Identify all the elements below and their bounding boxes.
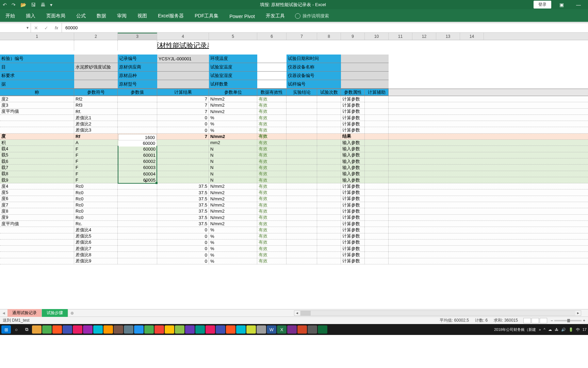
data-cell[interactable]: Rf.: [74, 109, 118, 114]
column-headers[interactable]: 1234567891011121314: [0, 33, 588, 40]
column-header[interactable]: 13: [436, 33, 460, 40]
data-cell[interactable]: [365, 127, 389, 133]
data-cell[interactable]: F: [74, 165, 118, 170]
app-icon[interactable]: [257, 325, 266, 334]
sheet-nav-prev-icon[interactable]: ◄: [0, 311, 7, 316]
data-cell[interactable]: 有效: [257, 202, 287, 208]
cell[interactable]: [118, 40, 157, 50]
data-cell[interactable]: [0, 258, 74, 264]
header-cell[interactable]: 原材品种: [118, 72, 157, 80]
column-header[interactable]: 6: [257, 33, 287, 40]
data-cell[interactable]: Rf3: [74, 102, 118, 108]
scroll-left-icon[interactable]: ◄: [294, 311, 300, 316]
data-cell[interactable]: [317, 258, 341, 264]
zoom-in-icon[interactable]: +: [583, 318, 585, 323]
data-cell[interactable]: 有效: [257, 189, 287, 195]
data-cell[interactable]: [287, 121, 317, 127]
column-header[interactable]: 3: [118, 33, 157, 40]
app-icon[interactable]: [144, 325, 154, 334]
data-cell[interactable]: 度平均值: [0, 109, 74, 114]
tab-developer[interactable]: 开发工具: [260, 10, 290, 22]
data-cell[interactable]: [157, 140, 209, 145]
app-icon[interactable]: [134, 325, 144, 334]
data-cell[interactable]: [118, 127, 157, 133]
data-cell[interactable]: 有效: [257, 233, 287, 239]
data-cell[interactable]: N/mm2: [209, 221, 257, 227]
header-cell[interactable]: [257, 55, 287, 63]
column-header[interactable]: 2: [74, 33, 118, 40]
tray-up-icon[interactable]: ^: [544, 327, 545, 332]
data-cell[interactable]: 37.5: [157, 221, 209, 227]
data-cell[interactable]: 载6: [0, 158, 74, 164]
column-label[interactable]: 数据有效性: [257, 89, 287, 96]
header-cell[interactable]: [157, 63, 209, 72]
data-cell[interactable]: 60000: [118, 146, 157, 152]
data-cell[interactable]: [287, 233, 317, 239]
data-cell[interactable]: [365, 215, 389, 220]
data-cell[interactable]: 计算参数: [341, 196, 365, 202]
ribbon-display-icon[interactable]: ▣: [555, 2, 568, 7]
header-cell[interactable]: 水泥胶砂强度试验: [74, 63, 118, 72]
accept-formula-icon[interactable]: ✓: [41, 25, 51, 31]
data-cell[interactable]: 有效: [257, 121, 287, 127]
redo-icon[interactable]: ↷: [12, 2, 16, 7]
data-cell[interactable]: 0: [157, 258, 209, 264]
data-cell[interactable]: F: [74, 146, 118, 152]
normal-view-icon[interactable]: [523, 318, 531, 323]
fx-icon[interactable]: fx: [51, 25, 62, 30]
save-icon[interactable]: 🖫: [31, 2, 36, 7]
data-cell[interactable]: [365, 189, 389, 195]
zoom-out-icon[interactable]: −: [551, 318, 553, 323]
data-cell[interactable]: [317, 140, 341, 145]
data-cell[interactable]: [118, 183, 157, 189]
app-icon[interactable]: [73, 325, 82, 334]
data-cell[interactable]: 度7: [0, 202, 74, 208]
data-cell[interactable]: 输入参数: [341, 152, 365, 158]
data-cell[interactable]: 有效: [257, 221, 287, 227]
data-cell[interactable]: 有效: [257, 240, 287, 245]
app-icon[interactable]: [226, 325, 235, 334]
header-cell[interactable]: YCSYJL-000001: [157, 55, 209, 63]
data-cell[interactable]: 有效: [257, 252, 287, 258]
data-cell[interactable]: 37.5: [157, 189, 209, 195]
app-icon[interactable]: [185, 325, 195, 334]
data-cell[interactable]: [118, 252, 157, 258]
column-header[interactable]: 11: [389, 33, 412, 40]
data-cell[interactable]: [317, 165, 341, 170]
data-cell[interactable]: 7: [157, 102, 209, 108]
column-label[interactable]: 试验次数: [317, 89, 341, 96]
data-cell[interactable]: 0: [157, 127, 209, 133]
data-cell[interactable]: [365, 258, 389, 264]
data-cell[interactable]: 7: [157, 134, 209, 139]
print-icon[interactable]: 🖶: [40, 2, 45, 7]
app-icon[interactable]: [63, 325, 72, 334]
data-cell[interactable]: 有效: [257, 115, 287, 121]
data-cell[interactable]: [287, 227, 317, 233]
login-button[interactable]: 登录: [534, 1, 551, 9]
sheet-tab-steps[interactable]: 试验步骤: [42, 309, 68, 317]
data-cell[interactable]: 度5: [0, 189, 74, 195]
tray-network-icon[interactable]: 🖧: [555, 327, 558, 332]
data-cell[interactable]: [118, 196, 157, 202]
data-cell[interactable]: [365, 240, 389, 245]
data-cell[interactable]: 度9: [0, 215, 74, 220]
data-cell[interactable]: [365, 146, 389, 152]
app-icon[interactable]: [114, 325, 123, 334]
data-cell[interactable]: 0: [157, 252, 209, 258]
header-cell[interactable]: 目: [0, 63, 74, 72]
data-cell[interactable]: [0, 246, 74, 251]
data-cell[interactable]: [0, 127, 74, 133]
cancel-formula-icon[interactable]: ✕: [31, 25, 41, 31]
data-cell[interactable]: 有效: [257, 183, 287, 189]
data-cell[interactable]: 载4: [0, 146, 74, 152]
data-cell[interactable]: 计算参数: [341, 202, 365, 208]
app-icon[interactable]: [246, 325, 256, 334]
data-cell[interactable]: [317, 227, 341, 233]
open-icon[interactable]: 📂: [20, 2, 26, 7]
data-cell[interactable]: 度3: [0, 102, 74, 108]
column-header[interactable]: 12: [412, 33, 436, 40]
tab-review[interactable]: 审阅: [112, 10, 132, 22]
data-cell[interactable]: 差值比3: [74, 127, 118, 133]
data-cell[interactable]: [118, 221, 157, 227]
data-cell[interactable]: N/mm2: [209, 196, 257, 202]
